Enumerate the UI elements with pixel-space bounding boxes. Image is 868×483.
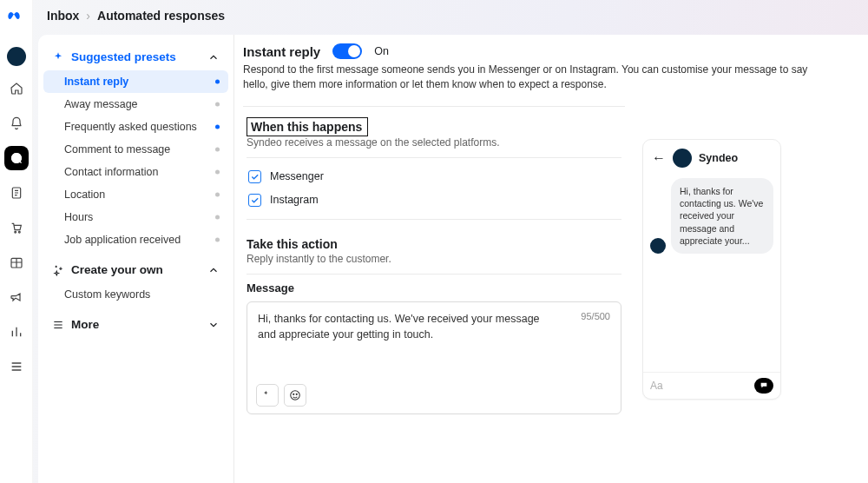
message-field-label: Message: [247, 281, 621, 294]
sidebar-item-label: Job application received: [64, 234, 181, 246]
emoji-button[interactable]: [284, 384, 306, 407]
sidebar-item-label: Comment to message: [64, 143, 170, 155]
rail-planner-icon[interactable]: [4, 250, 29, 275]
sidebar-item-hours[interactable]: Hours: [43, 206, 228, 228]
when-title: When this happens: [251, 120, 362, 134]
rail-bell-icon[interactable]: [4, 111, 29, 136]
rail-insights-icon[interactable]: [4, 320, 29, 344]
preview-message-bubble: Hi, thanks for contacting us. We've rece…: [671, 178, 773, 254]
action-card: Take this action Reply instantly to the …: [243, 237, 625, 425]
content: Instant reply On Respond to the first me…: [234, 35, 868, 483]
sidebar-item-label: Location: [64, 189, 105, 201]
rail-home-icon[interactable]: [4, 76, 29, 101]
sparkles-icon: [52, 264, 64, 276]
breadcrumb-root[interactable]: Inbox: [47, 9, 79, 23]
rail-ads-icon[interactable]: [4, 285, 29, 309]
preview-back-button[interactable]: ←: [652, 150, 666, 166]
list-icon: [52, 319, 64, 331]
rail-posts-icon[interactable]: [4, 181, 29, 205]
meta-logo-icon: [7, 9, 26, 28]
smile-icon: [289, 389, 301, 401]
sidebar-item-location[interactable]: Location: [43, 183, 228, 206]
sidebar-item-away-message[interactable]: Away message: [43, 93, 228, 116]
page-description: Respond to the first message someone sen…: [243, 63, 825, 92]
instant-reply-toggle[interactable]: [332, 43, 362, 59]
panel: Suggested presets Instant reply Away mes…: [38, 35, 868, 483]
platform-messenger-row[interactable]: Messenger: [247, 165, 621, 189]
sidebar-section-more[interactable]: More: [43, 311, 228, 338]
preview-page-name: Syndeo: [699, 152, 738, 164]
breadcrumb: Inbox › Automated responses: [33, 0, 868, 35]
chat-icon: [759, 381, 769, 390]
sidebar-item-comment-to-message[interactable]: Comment to message: [43, 138, 228, 161]
message-text: Hi, thanks for contacting us. We've rece…: [258, 311, 540, 344]
when-card: When this happens Syndeo receives a mess…: [243, 106, 625, 237]
chevron-up-icon: [207, 51, 220, 63]
preview-bubble-avatar: [650, 238, 666, 254]
sidebar-item-custom-keywords[interactable]: Custom keywords: [43, 283, 228, 306]
svg-point-4: [18, 231, 20, 233]
chat-preview: ← Syndeo Hi, thanks for contacting us. W…: [642, 139, 781, 400]
action-title: Take this action: [247, 237, 621, 251]
sidebar-item-label: Custom keywords: [64, 288, 150, 301]
sidebar-item-label: Contact information: [64, 166, 158, 178]
toggle-state-label: On: [374, 45, 389, 57]
message-counter: 95/500: [581, 311, 610, 321]
platform-label: Instagram: [270, 194, 319, 206]
platform-label: Messenger: [270, 170, 324, 182]
when-subtitle: Syndeo receives a message on the selecte…: [247, 136, 621, 149]
rail-commerce-icon[interactable]: [4, 215, 29, 240]
preview-page-avatar: [673, 149, 692, 168]
main-area: Inbox › Automated responses Suggested pr…: [33, 0, 868, 483]
chevron-right-icon: ›: [86, 9, 90, 23]
svg-point-6: [291, 390, 300, 400]
rail-all-tools-icon[interactable]: [4, 354, 29, 379]
chevron-up-icon: [207, 264, 220, 276]
sidebar-item-label: Instant reply: [64, 76, 128, 88]
sidebar-section-title: More: [71, 318, 201, 331]
settings-sidebar: Suggested presets Instant reply Away mes…: [38, 35, 234, 483]
breadcrumb-current: Automated responses: [97, 9, 225, 23]
sidebar-item-faq[interactable]: Frequently asked questions: [43, 116, 228, 138]
sidebar-section-title: Suggested presets: [71, 50, 201, 63]
sparkle-icon: [52, 51, 64, 63]
sidebar-section-create[interactable]: Create your own: [43, 256, 228, 283]
preview-input-placeholder[interactable]: Aa: [650, 380, 747, 392]
sidebar-item-instant-reply[interactable]: Instant reply: [43, 70, 228, 93]
action-subtitle: Reply instantly to the customer.: [247, 253, 621, 265]
account-avatar[interactable]: [7, 47, 26, 66]
svg-point-7: [293, 394, 294, 394]
message-textarea[interactable]: Hi, thanks for contacting us. We've rece…: [247, 301, 621, 414]
sidebar-item-job-application[interactable]: Job application received: [43, 228, 228, 251]
checkbox-checked-icon[interactable]: [248, 194, 261, 207]
checkbox-checked-icon[interactable]: [248, 170, 261, 183]
personalise-button[interactable]: [256, 384, 279, 407]
sidebar-item-label: Hours: [64, 211, 93, 223]
sidebar-item-label: Frequently asked questions: [64, 121, 197, 133]
rail-inbox-icon[interactable]: [4, 146, 29, 170]
platform-instagram-row[interactable]: Instagram: [247, 189, 621, 212]
sidebar-section-title: Create your own: [71, 263, 201, 276]
sidebar-section-presets[interactable]: Suggested presets: [43, 43, 228, 70]
sparkle-plus-icon: [261, 389, 273, 401]
sidebar-item-label: Away message: [64, 98, 138, 110]
sidebar-item-contact-info[interactable]: Contact information: [43, 161, 228, 183]
preview-send-button[interactable]: [754, 378, 773, 394]
svg-point-3: [14, 231, 16, 233]
svg-point-8: [296, 394, 297, 394]
left-rail: [0, 0, 33, 483]
form-column: Instant reply On Respond to the first me…: [243, 43, 625, 483]
page-title: Instant reply: [243, 44, 320, 59]
chevron-down-icon: [207, 319, 220, 331]
